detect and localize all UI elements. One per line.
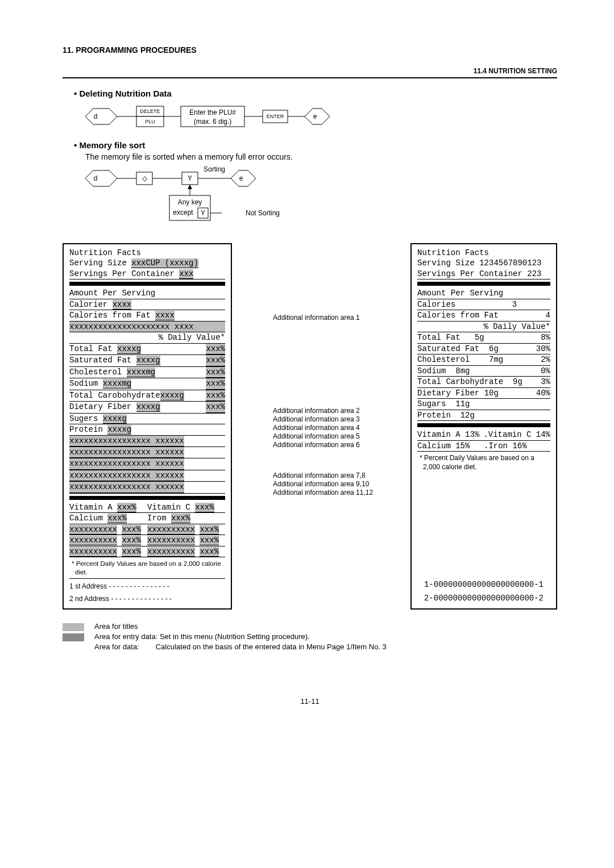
row-dv: xxx%: [206, 378, 225, 389]
legend-titles: Area for titles: [94, 622, 138, 631]
swatch-entry: [63, 633, 84, 641]
chapter-heading: 11. PROGRAMMING PROCEDURES: [63, 45, 557, 55]
row-dv: 30%: [536, 344, 550, 354]
svg-text:d: d: [94, 174, 98, 182]
swatch-titles: [63, 623, 84, 631]
legend: Area for titles Area for entry data: Set…: [63, 622, 557, 652]
annotations: Additional information area 1 Additional…: [273, 243, 370, 610]
protein-lbl: Protein: [69, 425, 103, 434]
spc: Servings Per Container 223: [417, 269, 550, 279]
svg-text:◇: ◇: [142, 174, 148, 182]
row-dv: xxx%: [206, 367, 225, 378]
serving-size: Serving Size 1234567890123: [417, 258, 550, 268]
row-dv: xxx%: [206, 390, 225, 401]
extra-row: xxxxxxxxxxxxxxxxx xxxxxx: [69, 470, 184, 481]
addr1: 1 st Address - - - - - - - - - - - - - -…: [69, 582, 225, 591]
row-name: Total Carbohydrate: [417, 377, 503, 386]
add-rv: xxx%: [200, 525, 219, 535]
row-name: Total Carobohydrate: [69, 391, 160, 400]
label-panels: Nutrition Facts Serving Size xxxCUP (xxx…: [63, 243, 557, 610]
vit-c-val: xxx%: [195, 503, 214, 512]
row-name: Saturated Fat: [417, 344, 479, 353]
annot-2: Additional information area 2: [273, 407, 370, 415]
add-lv: xxx%: [122, 536, 141, 545]
extra-row: xxxxxxxxxxxxxxxxx xxxxxx: [69, 458, 184, 469]
add-rv: xxx%: [200, 536, 219, 545]
legend-entry-lbl: Area for entry data:: [94, 632, 157, 641]
iron: Iron 16%: [488, 441, 526, 450]
row-val: 5g: [475, 333, 484, 342]
vit-a-val: xxx%: [117, 503, 136, 512]
footnote: Percent Daily Values are based on a 2,00…: [75, 560, 221, 575]
cff-lbl: Calories from Fat: [417, 310, 499, 320]
page-number: 11-11: [63, 697, 557, 706]
add-r: xxxxxxxxxx: [147, 536, 195, 545]
row-name: Total Fat: [417, 333, 460, 342]
svg-text:e: e: [239, 174, 243, 182]
add-l: xxxxxxxxxx: [69, 525, 117, 535]
extra-row: xxxxxxxxxxxxxxxxx xxxxxx: [69, 447, 184, 458]
add-l: xxxxxxxxxx: [69, 536, 117, 545]
row-dv: 8%: [541, 332, 550, 343]
row-val: xxxxg: [117, 344, 141, 354]
footnote-star: *: [420, 454, 422, 462]
add-r: xxxxxxxxxx: [147, 525, 195, 535]
cff-val: 4: [546, 310, 550, 320]
memory-desc: The memory file is sorted when a memory …: [85, 152, 557, 161]
svg-text:PLU: PLU: [145, 119, 155, 124]
add-l: xxxxxxxxxx: [69, 547, 117, 557]
addr2: 2-000000000000000000000-2: [417, 593, 550, 603]
row-name: Cholesterol: [417, 355, 470, 364]
cff-lbl: Calories from Fat: [69, 311, 151, 320]
annot-4: Additional information area 4: [273, 424, 370, 432]
section-heading: 11.4 NUTRITION SETTING: [63, 67, 557, 75]
add-lv: xxx%: [122, 547, 141, 557]
iron: Irom: [147, 514, 167, 523]
svg-text:Y: Y: [201, 209, 205, 217]
cff-val: xxxx: [155, 311, 175, 320]
addr2: 2 nd Address - - - - - - - - - - - - - -…: [69, 595, 225, 604]
nf-title: Nutrition Facts: [69, 248, 225, 258]
legend-entry-desc: Set in this menu (Nutrition Setting proc…: [160, 632, 310, 641]
annot-78: Additional information area 7,8: [273, 471, 370, 479]
protein-lbl: Protein: [417, 411, 451, 420]
annot-1112: Additional information area 11,12: [273, 489, 370, 496]
swatch-data: [63, 644, 84, 652]
add-r: xxxxxxxxxx: [147, 547, 195, 557]
row-name: Total Fat: [69, 344, 113, 353]
row-name: Dietary Fiber: [69, 402, 131, 411]
topic-memory-title: Memory file sort: [74, 140, 557, 150]
row-val: xxxxmg: [127, 368, 155, 377]
vit-c: Vitamin C 14%: [488, 430, 550, 439]
legend-data-lbl: Area for data:: [94, 642, 139, 651]
dv-header: % Daily Value*: [417, 322, 550, 332]
aps: Amount Per Serving: [417, 288, 550, 299]
row-dv: 3%: [541, 377, 550, 387]
row-val: 9g: [513, 377, 522, 386]
svg-text:Not Sorting: Not Sorting: [246, 209, 280, 217]
row-val: xxxxg: [160, 391, 184, 400]
svg-text:ENTER: ENTER: [267, 114, 284, 119]
row-name: Sodium: [417, 366, 446, 375]
row-val: 6g: [489, 344, 499, 353]
nf-title: Nutrition Facts: [417, 248, 550, 258]
header-rule: [63, 77, 557, 78]
row-val: 7mg: [489, 355, 503, 364]
annot-6: Additional information area 6: [273, 441, 370, 449]
row-dv: xxx%: [206, 402, 225, 412]
row-val: xxxxg: [136, 402, 160, 412]
spc-val: xxx: [179, 269, 193, 279]
row-val: xxxxg: [136, 356, 160, 365]
aps: Amount Per Serving: [69, 288, 225, 299]
calories-lbl: Calorier: [69, 300, 107, 309]
row-dv: xxx%: [206, 355, 225, 366]
row-dv: 40%: [536, 388, 550, 398]
extra-line: xxxxxxxxxxxxxxxxxxxxx xxxx: [69, 322, 225, 332]
calcium: Calcium 15%: [417, 441, 484, 451]
spc-lbl: Servings Per Container: [69, 269, 175, 278]
svg-marker-0: [85, 108, 117, 124]
example-nutrition-label: Nutrition Facts Serving Size 12345678901…: [410, 243, 557, 610]
add-rv: xxx%: [200, 547, 219, 557]
dv-header: % Daily Value*: [69, 332, 225, 343]
row-val: 8mg: [455, 366, 470, 375]
